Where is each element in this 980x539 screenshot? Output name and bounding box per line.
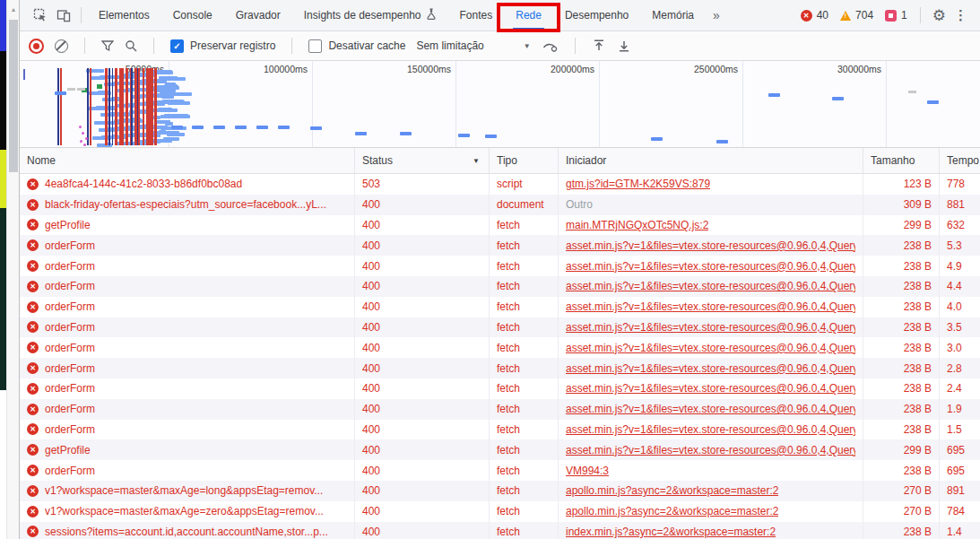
more-tabs-chevron-icon[interactable]: » <box>706 8 727 22</box>
network-overview-waterfall[interactable]: 50000ms100000ms150000ms200000ms250000ms3… <box>20 61 980 148</box>
network-request-row[interactable]: ✕orderForm400fetchasset.min.js?v=1&files… <box>20 317 980 338</box>
request-initiator[interactable]: main.MTRjNGQxOTc5NQ.js:2 <box>566 219 708 231</box>
request-initiator[interactable]: asset.min.js?v=1&files=vtex.store-resour… <box>566 382 855 395</box>
column-header-name[interactable]: Nome <box>20 148 355 173</box>
request-initiator[interactable]: VM994:3 <box>566 465 609 477</box>
inspect-icon[interactable] <box>29 4 52 27</box>
network-request-row[interactable]: ✕orderForm400fetchasset.min.js?v=1&files… <box>20 297 980 317</box>
filter-icon[interactable] <box>101 40 114 52</box>
error-icon: ✕ <box>27 423 39 435</box>
network-request-row[interactable]: ✕orderForm400fetchasset.min.js?v=1&files… <box>20 420 980 440</box>
device-toolbar-icon[interactable] <box>52 4 75 27</box>
issues-count[interactable]: 1 <box>901 9 907 22</box>
request-initiator[interactable]: asset.min.js?v=1&files=vtex.store-resour… <box>566 321 855 334</box>
network-request-row[interactable]: ✕orderForm400fetchasset.min.js?v=1&files… <box>20 256 980 276</box>
record-network-log-button[interactable] <box>29 39 44 54</box>
tab-memória[interactable]: Memória <box>640 0 706 30</box>
overview-request-bar <box>167 133 185 136</box>
overview-gray-dash <box>77 88 85 91</box>
network-request-row[interactable]: ✕getProfile400fetchasset.min.js?v=1&file… <box>20 439 980 460</box>
search-icon[interactable] <box>125 39 137 52</box>
request-initiator[interactable]: asset.min.js?v=1&files=vtex.store-resour… <box>566 444 855 456</box>
request-initiator[interactable]: asset.min.js?v=1&files=vtex.store-resour… <box>566 260 855 273</box>
request-initiator[interactable]: asset.min.js?v=1&files=vtex.store-resour… <box>566 423 855 436</box>
tab-gravador[interactable]: Gravador <box>224 0 292 30</box>
request-initiator[interactable]: asset.min.js?v=1&files=vtex.store-resour… <box>566 280 855 292</box>
preserve-log-checkbox[interactable]: ✓ Preservar registro <box>170 39 275 53</box>
request-initiator[interactable]: apollo.min.js?async=2&workspace=master:2 <box>566 505 778 517</box>
column-header-status[interactable]: Status▼ <box>355 148 490 173</box>
throttling-select[interactable]: Sem limitação ▼ <box>416 39 530 52</box>
network-request-row[interactable]: ✕orderForm400fetchasset.min.js?v=1&files… <box>20 337 980 358</box>
request-name: orderForm <box>45 403 95 415</box>
request-name: orderForm <box>45 300 95 313</box>
request-initiator[interactable]: gtm.js?id=GTM-K2K59VS:879 <box>566 178 710 190</box>
request-initiator[interactable]: asset.min.js?v=1&files=vtex.store-resour… <box>566 403 855 415</box>
browser-scrollbar[interactable]: ▲ <box>6 0 20 539</box>
column-header-time[interactable]: Tempo <box>940 148 980 173</box>
request-initiator[interactable]: asset.min.js?v=1&files=vtex.store-resour… <box>566 362 855 375</box>
request-size: 299 B <box>863 439 940 460</box>
checkbox-unchecked-icon[interactable] <box>308 39 322 53</box>
request-time: 2.8 <box>940 358 980 378</box>
toolbar-divider <box>291 38 292 54</box>
warning-badge-icon[interactable] <box>840 11 851 21</box>
tab-elementos[interactable]: Elementos <box>87 0 161 30</box>
overview-gray-dash <box>67 88 75 91</box>
network-request-row[interactable]: ✕orderForm400fetchasset.min.js?v=1&files… <box>20 235 980 256</box>
checkbox-checked-icon[interactable]: ✓ <box>170 39 184 53</box>
network-request-row[interactable]: ✕black-friday-ofertas-especiais?utm_sour… <box>20 195 980 215</box>
tab-rede[interactable]: Rede <box>504 0 553 30</box>
request-initiator[interactable]: apollo.min.js?async=2&workspace=master:2 <box>566 484 778 497</box>
column-header-size[interactable]: Tamanho <box>863 148 940 173</box>
request-initiator[interactable]: asset.min.js?v=1&files=vtex.store-resour… <box>566 342 855 354</box>
network-request-row[interactable]: ✕v1?workspace=master&maxAge=long&appsEta… <box>20 481 980 501</box>
kebab-menu-icon[interactable]: ⋮ <box>952 7 973 23</box>
network-request-row[interactable]: ✕orderForm400fetchasset.min.js?v=1&files… <box>20 399 980 420</box>
network-request-row[interactable]: ✕orderForm400fetchasset.min.js?v=1&files… <box>20 276 980 297</box>
overview-event-line <box>57 68 59 145</box>
network-request-row[interactable]: ✕4ea8fca4-144c-41c2-8033-b86df0bc08ad503… <box>20 174 980 195</box>
request-initiator-cell: asset.min.js?v=1&files=vtex.store-resour… <box>559 337 863 358</box>
network-request-row[interactable]: ✕sessions?items=account.id,account.accou… <box>20 522 980 539</box>
network-conditions-icon[interactable] <box>542 39 559 53</box>
warning-count[interactable]: 704 <box>855 9 873 22</box>
tab-label: Memória <box>652 9 694 22</box>
network-request-row[interactable]: ✕getProfile400fetchmain.MTRjNGQxOTc5NQ.j… <box>20 215 980 236</box>
overview-request-bar <box>86 69 104 73</box>
request-type: script <box>490 174 559 195</box>
request-initiator-cell: asset.min.js?v=1&files=vtex.store-resour… <box>559 358 863 378</box>
tab-fontes[interactable]: Fontes <box>448 0 505 30</box>
request-size: 238 B <box>863 317 940 338</box>
scrollbar-thumb[interactable] <box>9 20 18 172</box>
network-request-row[interactable]: ✕v1?workspace=master&maxAge=zero&appsEta… <box>20 501 980 522</box>
clear-network-log-icon[interactable] <box>55 39 68 53</box>
import-har-icon[interactable] <box>592 39 606 53</box>
tab-insights-de-desempenho[interactable]: Insights de desempenho <box>292 0 448 30</box>
overview-resize-handle[interactable] <box>23 69 25 80</box>
request-initiator[interactable]: asset.min.js?v=1&files=vtex.store-resour… <box>566 300 855 313</box>
network-request-row[interactable]: ✕orderForm400fetchasset.min.js?v=1&files… <box>20 378 980 399</box>
network-request-row[interactable]: ✕orderForm400fetchVM994:3238 B695 <box>20 460 980 481</box>
disable-cache-checkbox[interactable]: Desativar cache <box>308 39 405 53</box>
column-header-type[interactable]: Tipo <box>490 148 559 173</box>
export-har-icon[interactable] <box>617 39 631 53</box>
error-badge-icon[interactable]: ✕ <box>801 10 812 22</box>
settings-gear-icon[interactable]: ⚙ <box>926 6 952 25</box>
issues-badge-icon[interactable] <box>885 10 897 22</box>
request-size: 238 B <box>863 358 940 378</box>
network-request-row[interactable]: ✕orderForm400fetchasset.min.js?v=1&files… <box>20 358 980 378</box>
request-name-cell: ✕orderForm <box>20 276 355 297</box>
error-icon: ✕ <box>27 281 39 292</box>
error-count[interactable]: 40 <box>817 9 828 22</box>
request-initiator[interactable]: asset.min.js?v=1&files=vtex.store-resour… <box>566 239 855 252</box>
caret-down-icon: ▼ <box>524 42 531 50</box>
tab-desempenho[interactable]: Desempenho <box>553 0 640 30</box>
overview-tick-label: 100000ms <box>264 64 312 74</box>
request-type: fetch <box>490 378 559 399</box>
scrollbar-up-arrow-icon[interactable]: ▲ <box>7 0 20 13</box>
overview-request-dash <box>256 126 268 129</box>
request-initiator[interactable]: index.min.js?async=2&workspace=master:2 <box>566 526 776 538</box>
column-header-initiator[interactable]: Iniciador <box>559 148 863 173</box>
tab-console[interactable]: Console <box>161 0 224 30</box>
